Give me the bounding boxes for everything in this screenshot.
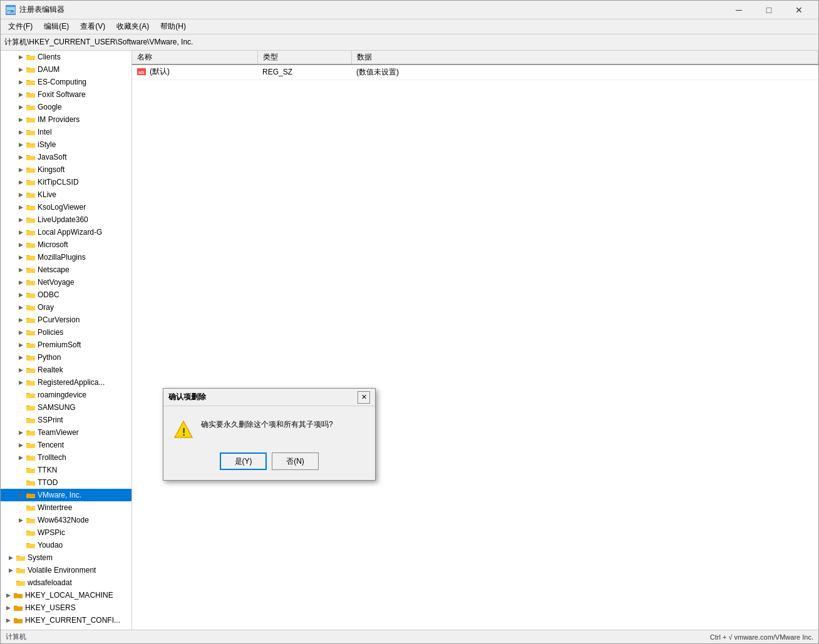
menu-file[interactable]: 文件(F) <box>3 20 38 33</box>
dialog-close-button[interactable]: ✕ <box>358 391 370 404</box>
expand-arrow: ▶ <box>16 140 26 150</box>
close-button[interactable]: ✕ <box>785 1 813 19</box>
tree-item-samsung[interactable]: ▶ SAMSUNG <box>1 401 131 414</box>
tree-item-policies[interactable]: ▶ Policies <box>1 326 131 339</box>
tree-item-microsoft[interactable]: ▶ Microsoft <box>1 238 131 251</box>
tree-item-odbc[interactable]: ▶ ODBC <box>1 289 131 301</box>
folder-icon <box>16 578 26 588</box>
tree-label: ODBC <box>38 290 59 299</box>
tree-item-daum[interactable]: ▶ DAUM <box>1 63 131 76</box>
expand-arrow: ▶ <box>16 377 26 387</box>
tree-item-wdsafeloadat[interactable]: ▶ wdsafeloadat <box>1 576 131 589</box>
svg-rect-48 <box>14 606 23 611</box>
svg-rect-13 <box>26 168 35 173</box>
tree-item-netvoyage[interactable]: ▶ NetVoyage <box>1 276 131 289</box>
tree-item-volatile[interactable]: ▶ Volatile Environment <box>1 564 131 576</box>
window-title: 注册表编辑器 <box>19 4 64 15</box>
tree-item-javasoft[interactable]: ▶ JavaSoft <box>1 151 131 163</box>
status-left: 计算机 <box>6 632 26 641</box>
tree-item-kittipclsid[interactable]: ▶ KitTipCLSID <box>1 176 131 188</box>
tree-item-klive[interactable]: ▶ KLive <box>1 188 131 201</box>
folder-icon <box>13 615 23 625</box>
maximize-button[interactable]: □ <box>755 1 783 19</box>
tree-label: KsoLogViewer <box>38 203 86 212</box>
svg-rect-45 <box>16 569 25 573</box>
table-row[interactable]: ab (默认) REG_SZ (数值未设置) <box>132 64 818 79</box>
title-bar-left: 注册表编辑器 <box>6 4 64 15</box>
folder-icon <box>26 390 36 400</box>
svg-rect-5 <box>26 68 35 73</box>
tree-item-ksologviewer[interactable]: ▶ KsoLogViewer <box>1 201 131 213</box>
tree-item-pcurversion[interactable]: ▶ PCurVersion <box>1 314 131 326</box>
tree-item-youdao[interactable]: ▶ Youdao <box>1 539 131 551</box>
svg-rect-42 <box>26 531 35 536</box>
folder-icon <box>26 540 36 550</box>
tree-item-trolltech[interactable]: ▶ Trolltech <box>1 451 131 464</box>
dialog-no-button[interactable]: 否(N) <box>272 452 319 470</box>
expand-arrow: ▶ <box>16 452 26 463</box>
svg-rect-15 <box>26 193 35 198</box>
tree-item-clients[interactable]: ▶ Clients <box>1 51 131 63</box>
tree-item-foxit[interactable]: ▶ Foxit Software <box>1 88 131 101</box>
tree-item-ttkn[interactable]: ▶ TTKN <box>1 464 131 476</box>
col-header-name[interactable]: 名称 <box>132 51 257 64</box>
svg-rect-23 <box>26 294 35 298</box>
tree-item-local-appwizard[interactable]: ▶ Local AppWizard-G <box>1 226 131 238</box>
svg-rect-14 <box>26 181 35 185</box>
tree-item-mozillaplugins[interactable]: ▶ MozillaPlugins <box>1 251 131 263</box>
tree-item-hkey-local-machine[interactable]: ▶ HKEY_LOCAL_MACHINE <box>1 589 131 601</box>
expand-arrow: ▶ <box>16 152 26 162</box>
tree-label: IM Providers <box>38 115 80 124</box>
expand-arrow: ▶ <box>16 315 26 325</box>
tree-item-liveupdate360[interactable]: ▶ LiveUpdate360 <box>1 213 131 226</box>
tree-item-python[interactable]: ▶ Python <box>1 351 131 364</box>
minimize-button[interactable]: ─ <box>724 1 753 19</box>
expand-arrow: ▶ <box>16 215 26 225</box>
tree-item-netscape[interactable]: ▶ Netscape <box>1 263 131 276</box>
tree-item-kingsoft[interactable]: ▶ Kingsoft <box>1 163 131 176</box>
tree-panel[interactable]: ▶ Clients ▶ DAUM ▶ ES-Computing <box>1 51 132 630</box>
tree-item-teamviewer[interactable]: ▶ TeamViewer <box>1 426 131 439</box>
tree-item-im-providers[interactable]: ▶ IM Providers <box>1 113 131 126</box>
tree-item-tencent[interactable]: ▶ Tencent <box>1 439 131 451</box>
menu-favorites[interactable]: 收藏夹(A) <box>111 20 154 33</box>
tree-item-wow6432node[interactable]: ▶ Wow6432Node <box>1 514 131 526</box>
svg-rect-16 <box>26 206 35 210</box>
tree-item-premiumsoft[interactable]: ▶ PremiumSoft <box>1 339 131 351</box>
tree-item-oray[interactable]: ▶ Oray <box>1 301 131 314</box>
tree-item-registeredapplica[interactable]: ▶ RegisteredApplica... <box>1 376 131 389</box>
menu-view[interactable]: 查看(V) <box>75 20 110 33</box>
main-window: 注册表编辑器 ─ □ ✕ 文件(F) 编辑(E) 查看(V) 收藏夹(A) 帮助… <box>0 0 819 644</box>
tree-item-intel[interactable]: ▶ Intel <box>1 126 131 138</box>
tree-label: TTKN <box>38 466 57 474</box>
tree-item-wintertree[interactable]: ▶ Wintertree <box>1 501 131 514</box>
menu-help[interactable]: 帮助(H) <box>155 20 191 33</box>
expand-arrow: ▶ <box>16 102 26 112</box>
folder-icon <box>16 565 26 575</box>
tree-label: Tencent <box>38 441 64 449</box>
tree-item-istyle[interactable]: ▶ iStyle <box>1 138 131 151</box>
tree-item-hkey-users[interactable]: ▶ HKEY_USERS <box>1 601 131 614</box>
tree-item-realtek[interactable]: ▶ Realtek <box>1 364 131 376</box>
expand-arrow: ▶ <box>16 227 26 237</box>
tree-label: MozillaPlugins <box>38 253 86 262</box>
menu-edit[interactable]: 编辑(E) <box>39 20 74 33</box>
col-header-data[interactable]: 数据 <box>351 51 818 64</box>
tree-item-ssprint[interactable]: ▶ SSPrint <box>1 414 131 426</box>
tree-item-roamingdevice[interactable]: ▶ roamingdevice <box>1 389 131 401</box>
svg-rect-30 <box>26 381 35 386</box>
dialog-yes-button[interactable]: 是(Y) <box>220 452 267 470</box>
tree-item-ttod[interactable]: ▶ TTOD <box>1 476 131 489</box>
title-bar: 注册表编辑器 ─ □ ✕ <box>1 1 818 19</box>
tree-item-es-computing[interactable]: ▶ ES-Computing <box>1 76 131 88</box>
col-header-type[interactable]: 类型 <box>257 51 351 64</box>
tree-item-wpspic[interactable]: ▶ WPSPic <box>1 526 131 539</box>
expand-arrow: ▶ <box>16 490 26 500</box>
tree-item-vmware[interactable]: ▶ VMware, Inc. <box>1 489 131 501</box>
tree-label: HKEY_LOCAL_MACHINE <box>25 591 113 600</box>
tree-item-hkey-current-config[interactable]: ▶ HKEY_CURRENT_CONFI... <box>1 614 131 626</box>
tree-item-system[interactable]: ▶ System <box>1 551 131 564</box>
tree-item-google[interactable]: ▶ Google <box>1 101 131 113</box>
svg-rect-34 <box>26 431 35 436</box>
tree-label: RegisteredApplica... <box>38 378 105 387</box>
